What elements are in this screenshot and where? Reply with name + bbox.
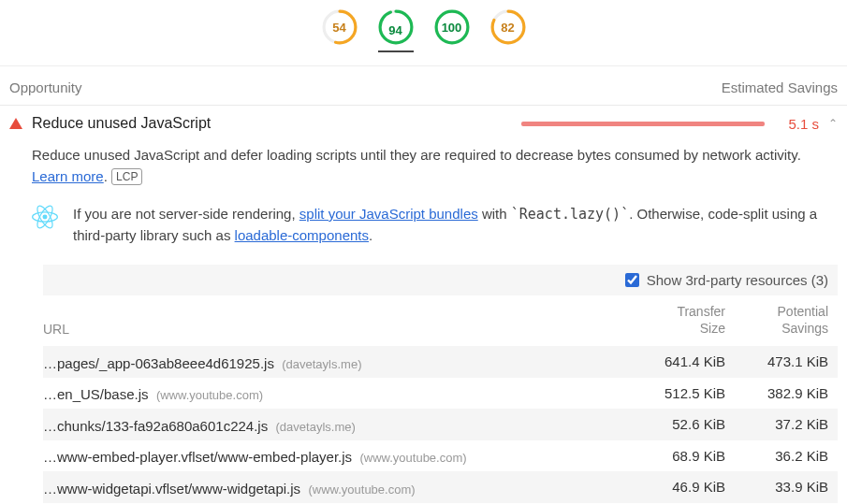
section-header: Opportunity Estimated Savings [0,66,847,106]
score-value: 82 [490,9,526,45]
potential-savings: 37.2 KiB [725,415,828,434]
score-value: 54 [322,9,358,45]
table-row: …www-widgetapi.vflset/www-widgetapi.js (… [43,471,838,503]
resource-url: …pages/_app-063ab8eee4d61925.js (davetay… [43,353,622,371]
audit-description: Reduce unused JavaScript and defer loadi… [9,132,838,191]
lcp-badge: LCP [111,168,142,185]
fail-triangle-icon [9,118,22,129]
score-gauge[interactable]: 82 [490,9,526,45]
table-row: …pages/_app-063ab8eee4d61925.js (davetay… [43,346,838,378]
third-party-checkbox[interactable] [625,273,639,287]
resource-url: …www-widgetapi.vflset/www-widgetapi.js (… [43,478,622,497]
savings-value: 5.1 s [774,116,819,132]
split-bundles-link[interactable]: split your JavaScript bundles [299,206,478,222]
resource-origin: (www.youtube.com) [308,482,415,497]
chevron-up-icon: ⌃ [828,117,838,130]
audit-title: Reduce unused JavaScript [32,115,211,132]
transfer-size: 641.4 KiB [622,353,725,371]
col-size: TransferSize [622,303,725,337]
potential-savings: 473.1 KiB [725,353,828,371]
resource-url: …chunks/133-fa92a680a601c224.js (davetay… [43,415,622,434]
score-gauge[interactable]: 94 [378,9,414,52]
table-header: URL TransferSize PotentialSavings [43,295,838,346]
resource-url: …www-embed-player.vflset/www-embed-playe… [43,447,622,466]
score-value: 94 [378,9,414,50]
potential-savings: 33.9 KiB [725,478,828,497]
resource-url: …en_US/base.js (www.youtube.com) [43,384,622,403]
react-tip-text: If you are not server-side rendering, sp… [73,204,834,246]
potential-savings: 36.2 KiB [725,447,828,466]
savings-bar [521,122,765,126]
savings-heading: Estimated Savings [722,79,838,95]
svg-point-8 [43,215,48,220]
opportunity-heading: Opportunity [9,79,82,95]
transfer-size: 68.9 KiB [622,447,725,466]
react-tip: If you are not server-side rendering, sp… [9,191,838,255]
third-party-label: Show 3rd-party resources (3) [647,272,828,288]
third-party-toggle-row: Show 3rd-party resources (3) [43,265,838,295]
audit-block: Reduce unused JavaScript 5.1 s ⌃ Reduce … [0,106,847,503]
audit-summary-row[interactable]: Reduce unused JavaScript 5.1 s ⌃ [9,115,838,132]
loadable-components-link[interactable]: loadable-components [235,227,369,243]
table-row: …en_US/base.js (www.youtube.com)512.5 Ki… [43,378,838,410]
potential-savings: 382.9 KiB [725,384,828,403]
resource-table: URL TransferSize PotentialSavings …pages… [9,295,838,503]
resource-origin: (davetayls.me) [282,357,361,371]
col-url: URL [43,303,622,337]
transfer-size: 46.9 KiB [622,478,725,497]
col-savings: PotentialSavings [725,303,828,337]
resource-origin: (davetayls.me) [276,420,356,434]
resource-origin: (www.youtube.com) [156,388,263,402]
score-gauges: 549410082 [0,0,847,66]
score-gauge[interactable]: 54 [322,9,358,45]
savings-bar-wrap [454,122,765,126]
resource-origin: (www.youtube.com) [359,451,466,465]
react-icon [32,204,58,230]
score-value: 100 [434,9,470,45]
table-row: …www-embed-player.vflset/www-embed-playe… [43,440,838,472]
learn-more-link[interactable]: Learn more [32,168,104,184]
transfer-size: 512.5 KiB [622,384,725,403]
score-gauge[interactable]: 100 [434,9,470,45]
transfer-size: 52.6 KiB [622,415,725,434]
table-row: …chunks/133-fa92a680a601c224.js (davetay… [43,409,838,440]
